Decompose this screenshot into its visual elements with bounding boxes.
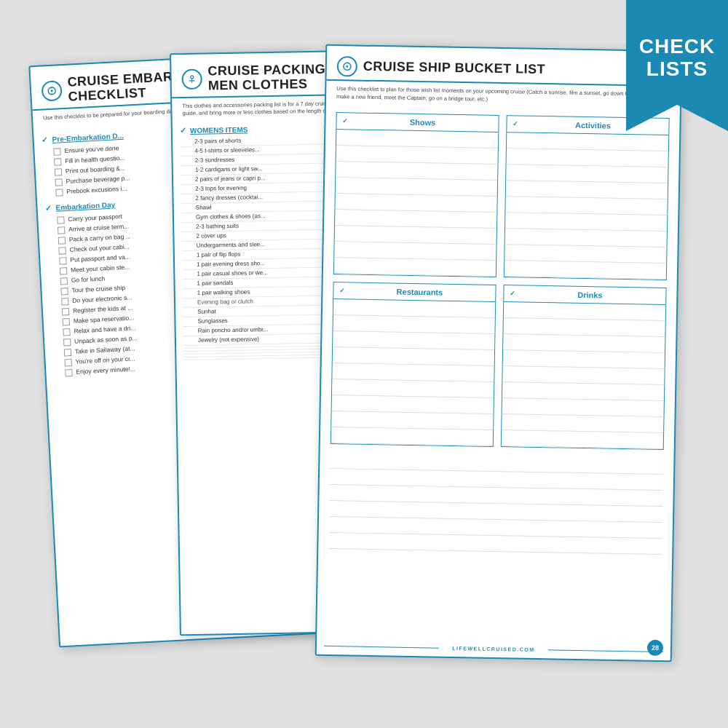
drinks-title: Drinks — [520, 290, 660, 301]
drinks-section: ✓ Drinks — [501, 285, 667, 450]
restaurants-check: ✓ — [339, 287, 345, 294]
bucket-grid: ✓ Shows — [320, 106, 680, 456]
footer-line-right — [548, 649, 663, 652]
shows-rows — [334, 130, 498, 277]
page1-icon — [41, 80, 62, 101]
page-footer: LIFEWELLCRUISED.COM — [317, 644, 670, 654]
activities-section: ✓ Activities — [504, 115, 670, 280]
restaurants-section: ✓ Restaurants — [331, 282, 496, 447]
footer-text: LIFEWELLCRUISED.COM — [452, 646, 534, 652]
drinks-rows — [502, 302, 665, 449]
ship-icon — [342, 61, 352, 71]
packing-check: ✓ — [180, 126, 186, 135]
activities-rows — [505, 132, 668, 280]
bucket-row — [331, 427, 493, 446]
bucket-row — [502, 430, 663, 449]
shows-check: ✓ — [342, 117, 348, 124]
shows-title: Shows — [352, 116, 492, 127]
extra-rows — [318, 450, 673, 558]
page2-icon — [181, 68, 202, 89]
page3-title: CRUISE SHIP BUCKET LIST — [363, 60, 546, 77]
section2-check: ✓ — [44, 203, 52, 213]
background: CHECK LISTS CRUISE EMBARKATION CHECKLIST… — [0, 0, 728, 728]
svg-point-4 — [191, 76, 194, 79]
bucket-row — [505, 261, 666, 280]
bucket-list-page: CRUISE SHIP BUCKET LIST Use this checkli… — [315, 44, 683, 662]
compass-icon — [47, 85, 58, 96]
svg-point-8 — [346, 66, 348, 68]
shows-section: ✓ Shows — [333, 112, 499, 277]
restaurants-rows — [331, 299, 495, 446]
page3-icon — [337, 56, 357, 76]
anchor-icon — [187, 74, 197, 84]
restaurants-title: Restaurants — [349, 286, 489, 297]
womens-items-title: WOMENS ITEMS — [190, 125, 248, 134]
banner-line1: CHECK — [639, 36, 716, 58]
section2-title: Embarkation Day — [55, 201, 115, 212]
section1-check: ✓ — [41, 135, 48, 144]
svg-point-1 — [51, 90, 53, 92]
activities-check: ✓ — [513, 120, 518, 127]
banner-line2: LISTS — [646, 58, 708, 81]
pages-container: CRUISE EMBARKATION CHECKLIST Use this ch… — [44, 44, 670, 684]
drinks-check: ✓ — [510, 290, 515, 297]
section1-title: Pre-Embarkation D... — [52, 132, 124, 143]
bucket-row — [334, 258, 496, 277]
footer-line-left — [324, 646, 439, 649]
